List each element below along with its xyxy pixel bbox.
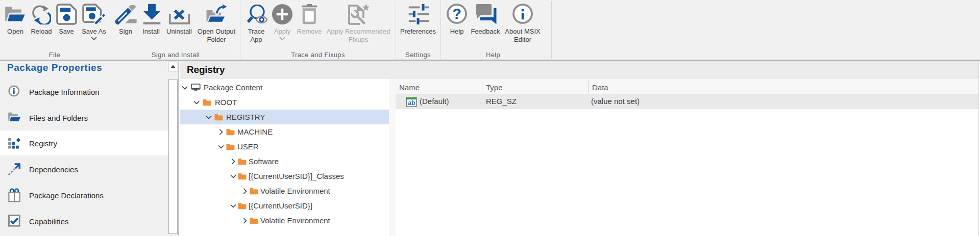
svg-text:?: ? <box>452 6 461 22</box>
svg-text:ab: ab <box>408 99 415 107</box>
